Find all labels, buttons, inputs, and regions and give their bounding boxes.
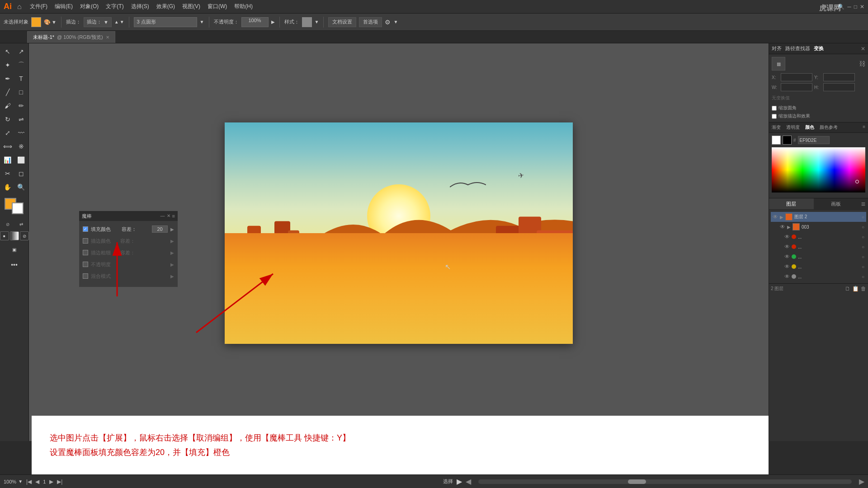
y-input[interactable] — [823, 73, 855, 81]
line-tool[interactable]: ╱ — [1, 86, 14, 99]
new-layer-btn[interactable]: 📋 — [852, 286, 859, 292]
rotate-tool[interactable]: ↻ — [1, 113, 14, 126]
scale-strokes-checkbox[interactable] — [772, 114, 777, 119]
artboard-tool[interactable]: ⬜ — [15, 154, 28, 166]
menu-select[interactable]: 选择(S) — [128, 2, 152, 11]
layer-2-visibility[interactable]: 👁 — [773, 214, 778, 220]
type-tool[interactable]: T — [15, 72, 28, 85]
shape-input[interactable]: 3 点圆形 — [134, 17, 197, 27]
swap-icon[interactable]: ⇄ — [15, 218, 28, 230]
select-tool[interactable]: ↖ — [1, 45, 14, 58]
fill-color-swatch[interactable] — [31, 17, 41, 27]
gradient-mode-icon[interactable] — [10, 231, 19, 240]
doc-settings-btn[interactable]: 文档设置 — [328, 17, 356, 27]
menu-object[interactable]: 对象(O) — [77, 2, 101, 11]
zoom-tool[interactable]: 🔍 — [15, 181, 28, 193]
layers-panel-menu[interactable]: ≡ — [859, 198, 868, 210]
transform-link-icon[interactable]: ⛓ — [859, 60, 865, 67]
layer-row-green[interactable]: 👁 ... ○ — [771, 252, 866, 262]
delete-layer-btn[interactable]: 🗑 — [861, 286, 866, 292]
maximize-icon[interactable]: □ — [854, 4, 857, 10]
paintbrush-tool[interactable]: 🖌 — [1, 99, 14, 112]
opacity-checkbox[interactable] — [83, 262, 88, 267]
slice-tool[interactable]: ✂ — [1, 167, 14, 180]
layer-2-lock[interactable]: ○ — [862, 215, 864, 220]
panel-close-btn[interactable]: ✕ — [167, 213, 170, 219]
layer-green-lock[interactable]: ○ — [862, 254, 864, 259]
layer-red2-lock[interactable]: ○ — [862, 244, 864, 249]
scroll-left-btn[interactable]: ◀ — [466, 477, 471, 486]
layer-003-visibility[interactable]: 👁 — [780, 224, 785, 230]
change-screen-mode[interactable]: ▣ — [8, 243, 21, 256]
layer-row-003[interactable]: 👁 ▶ 003 ○ — [771, 222, 866, 232]
close-icon[interactable]: ✕ — [860, 4, 864, 10]
white-swatch[interactable] — [772, 136, 781, 145]
opacity-arrow[interactable]: ▶ — [271, 19, 275, 24]
layer-green-visibility[interactable]: 👁 — [784, 253, 790, 260]
eraser-tool[interactable]: ◻ — [15, 167, 28, 180]
shape-tool[interactable]: □ — [15, 86, 28, 99]
tab-transparency[interactable]: 透明度 — [783, 122, 802, 132]
up-icon[interactable]: ▲ — [114, 19, 119, 24]
blend-dropdown[interactable]: 插边： ▼ — [84, 17, 112, 27]
prefs-dropdown[interactable]: ▼ — [393, 19, 398, 24]
layer-row-yellow[interactable]: 👁 ... ○ — [771, 262, 866, 272]
color-mode-icon[interactable]: ■ — [0, 231, 9, 240]
next-last-btn[interactable]: ▶| — [57, 479, 62, 485]
scale-tool[interactable]: ⤢ — [1, 127, 14, 139]
menu-view[interactable]: 视图(V) — [179, 2, 203, 11]
fill-color-checkbox[interactable] — [83, 226, 88, 232]
color-panel-menu[interactable]: ≡ — [860, 122, 868, 132]
scroll-right-btn[interactable]: ▶ — [859, 477, 864, 486]
hand-tool[interactable]: ✋ — [1, 181, 14, 193]
right-panel-align-tab[interactable]: 对齐 — [772, 45, 782, 52]
layers-tab-artboards[interactable]: 画板 — [814, 198, 859, 209]
menu-file[interactable]: 文件(F) — [27, 2, 50, 11]
scrollbar-thumb[interactable] — [628, 479, 646, 484]
magic-wand-tool[interactable]: ✦ — [1, 59, 14, 71]
opacity-input[interactable]: 100% — [241, 17, 269, 27]
right-panel-close-btn[interactable]: ✕ — [861, 46, 865, 52]
black-swatch[interactable] — [783, 136, 792, 145]
prev-first-btn[interactable]: |◀ — [26, 479, 32, 485]
none-mode-icon[interactable]: ⊘ — [20, 231, 29, 240]
pencil-tool[interactable]: ✏ — [15, 99, 28, 112]
down-icon[interactable]: ▼ — [120, 19, 124, 24]
canvas-area[interactable]: ✈ — [29, 43, 769, 441]
x-input[interactable] — [781, 73, 812, 81]
layer-red-visibility[interactable]: 👁 — [784, 234, 790, 240]
minimize-icon[interactable]: ─ — [847, 4, 851, 10]
page-control[interactable]: 1 — [43, 479, 46, 484]
layer-gray-visibility[interactable]: 👁 — [784, 273, 790, 280]
none-icon[interactable]: ⊘ — [1, 218, 14, 230]
tab-color-ref[interactable]: 颜色参考 — [817, 122, 840, 132]
style-color[interactable] — [302, 17, 312, 27]
h-input[interactable] — [823, 83, 855, 91]
color-picker-gradient[interactable] — [772, 147, 865, 192]
layer-red2-visibility[interactable]: 👁 — [784, 244, 790, 250]
layer-003-expand[interactable]: ▶ — [787, 225, 791, 230]
direct-select-tool[interactable]: ↗ — [15, 45, 28, 58]
pen-tool[interactable]: ✒ — [1, 72, 14, 85]
tab-gradient[interactable]: 渐变 — [769, 122, 783, 132]
scale-corners-checkbox[interactable] — [772, 106, 777, 111]
paint-mode-dropdown[interactable]: ▼ — [52, 19, 57, 25]
stroke-color-checkbox[interactable] — [83, 238, 88, 244]
warp-tool[interactable]: 〰 — [15, 127, 28, 139]
preferences-btn[interactable]: 首选项 — [359, 17, 382, 27]
symbol-tool[interactable]: ※ — [15, 140, 28, 153]
more-tools[interactable]: ••• — [8, 258, 21, 271]
layer-003-lock[interactable]: ○ — [862, 225, 864, 230]
layer-2-expand[interactable]: ▶ — [780, 215, 783, 220]
shape-dropdown-arrow[interactable]: ▼ — [200, 19, 204, 24]
lasso-tool[interactable]: ⌒ — [15, 59, 28, 71]
home-icon[interactable]: ⌂ — [17, 3, 22, 11]
layer-row-gray[interactable]: 👁 ... ○ — [771, 272, 866, 282]
menu-window[interactable]: 窗口(W) — [205, 2, 230, 11]
style-dropdown[interactable]: ▼ — [315, 19, 319, 24]
tab-color[interactable]: 颜色 — [802, 122, 817, 132]
w-input[interactable] — [781, 83, 812, 91]
panel-minimize-btn[interactable]: — — [160, 213, 165, 219]
fill-tolerance-input[interactable] — [152, 225, 168, 233]
zoom-dropdown-arrow[interactable]: ▼ — [18, 479, 23, 484]
